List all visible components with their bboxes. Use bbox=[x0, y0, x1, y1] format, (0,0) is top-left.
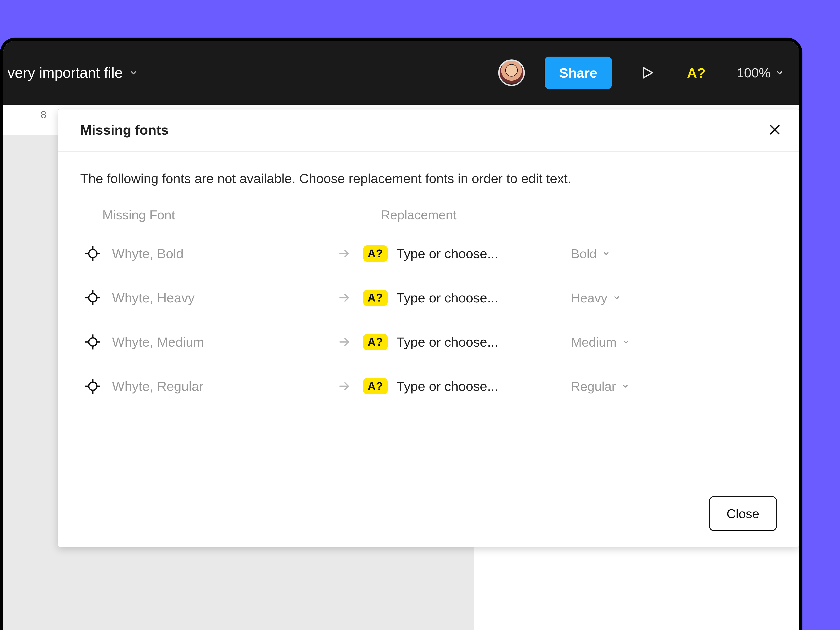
modal-title: Missing fonts bbox=[80, 122, 169, 138]
missing-font-name: Whyte, Regular bbox=[112, 379, 204, 394]
chevron-down-icon bbox=[602, 250, 610, 257]
replacement-cell: A? bbox=[363, 290, 571, 306]
target-icon[interactable] bbox=[85, 378, 101, 394]
arrow-cell bbox=[330, 335, 363, 349]
arrow-right-icon bbox=[338, 291, 351, 305]
font-row: Whyte, Regular A? bbox=[80, 368, 777, 404]
top-bar: very important file Share A? 100% bbox=[3, 41, 799, 105]
chevron-down-icon bbox=[129, 68, 138, 77]
replacement-input[interactable] bbox=[396, 246, 551, 261]
missing-fonts-indicator[interactable]: A? bbox=[687, 65, 706, 81]
zoom-label: 100% bbox=[737, 65, 771, 81]
replacement-input[interactable] bbox=[396, 335, 551, 350]
column-replacement: Replacement bbox=[381, 207, 589, 222]
missing-font-badge: A? bbox=[363, 290, 388, 306]
style-label: Bold bbox=[571, 246, 597, 261]
svg-point-9 bbox=[89, 294, 97, 302]
arrow-right-icon bbox=[338, 335, 351, 349]
style-dropdown[interactable]: Medium bbox=[571, 335, 748, 349]
ruler-tick: 8 bbox=[41, 109, 46, 121]
present-button[interactable] bbox=[634, 60, 660, 86]
file-title: very important file bbox=[8, 64, 123, 81]
svg-marker-0 bbox=[643, 68, 652, 78]
font-row: Whyte, Medium A? bbox=[80, 324, 777, 360]
play-icon bbox=[639, 65, 655, 81]
style-label: Regular bbox=[571, 379, 616, 394]
missing-font-badge: A? bbox=[363, 245, 388, 262]
chevron-down-icon bbox=[775, 68, 784, 77]
missing-font-cell: Whyte, Bold bbox=[85, 245, 330, 262]
style-dropdown[interactable]: Regular bbox=[571, 379, 748, 394]
target-icon[interactable] bbox=[85, 245, 101, 262]
arrow-cell bbox=[330, 291, 363, 305]
replacement-cell: A? bbox=[363, 378, 571, 394]
arrow-right-icon bbox=[338, 247, 351, 260]
chevron-down-icon bbox=[622, 338, 630, 346]
missing-font-badge: A? bbox=[363, 334, 388, 350]
replacement-cell: A? bbox=[363, 334, 571, 350]
style-label: Heavy bbox=[571, 291, 607, 305]
replacement-cell: A? bbox=[363, 245, 571, 262]
missing-font-cell: Whyte, Medium bbox=[85, 334, 330, 350]
arrow-cell bbox=[330, 247, 363, 260]
share-button[interactable]: Share bbox=[545, 57, 612, 89]
modal-description: The following fonts are not available. C… bbox=[80, 169, 777, 188]
app-inner: very important file Share A? 100% bbox=[3, 41, 799, 630]
file-title-dropdown[interactable]: very important file bbox=[8, 64, 489, 81]
target-icon[interactable] bbox=[85, 334, 101, 350]
missing-font-cell: Whyte, Heavy bbox=[85, 290, 330, 306]
arrow-cell bbox=[330, 379, 363, 393]
replacement-input[interactable] bbox=[396, 379, 551, 394]
app-window: very important file Share A? 100% bbox=[0, 38, 802, 630]
missing-font-name: Whyte, Heavy bbox=[112, 290, 194, 305]
modal-body: The following fonts are not available. C… bbox=[58, 152, 799, 413]
font-row: Whyte, Bold A? bbox=[80, 235, 777, 272]
svg-point-3 bbox=[89, 249, 97, 258]
close-modal-button[interactable]: Close bbox=[709, 496, 777, 531]
zoom-dropdown[interactable]: 100% bbox=[737, 65, 784, 81]
modal-header: Missing fonts bbox=[58, 109, 799, 152]
close-button[interactable] bbox=[766, 121, 784, 139]
replacement-input[interactable] bbox=[396, 290, 551, 305]
svg-point-15 bbox=[89, 338, 97, 346]
chevron-down-icon bbox=[622, 382, 629, 390]
avatar[interactable] bbox=[498, 60, 525, 86]
column-headers: Missing Font Replacement bbox=[80, 207, 777, 222]
chevron-down-icon bbox=[613, 294, 621, 302]
missing-font-name: Whyte, Bold bbox=[112, 246, 183, 261]
style-dropdown[interactable]: Heavy bbox=[571, 291, 748, 305]
arrow-right-icon bbox=[338, 379, 351, 393]
svg-point-21 bbox=[89, 382, 97, 390]
missing-font-name: Whyte, Medium bbox=[112, 335, 204, 350]
missing-font-cell: Whyte, Regular bbox=[85, 378, 330, 394]
column-missing-font: Missing Font bbox=[103, 207, 348, 222]
font-row: Whyte, Heavy A? bbox=[80, 279, 777, 316]
page-background: very important file Share A? 100% bbox=[0, 0, 840, 630]
close-icon bbox=[768, 123, 782, 137]
missing-fonts-modal: Missing fonts The following fonts are no… bbox=[58, 109, 799, 547]
missing-font-badge: A? bbox=[363, 378, 388, 394]
modal-footer: Close bbox=[709, 496, 777, 531]
style-label: Medium bbox=[571, 335, 616, 349]
font-rows: Whyte, Bold A? bbox=[80, 235, 777, 404]
target-icon[interactable] bbox=[85, 290, 101, 306]
style-dropdown[interactable]: Bold bbox=[571, 246, 748, 261]
